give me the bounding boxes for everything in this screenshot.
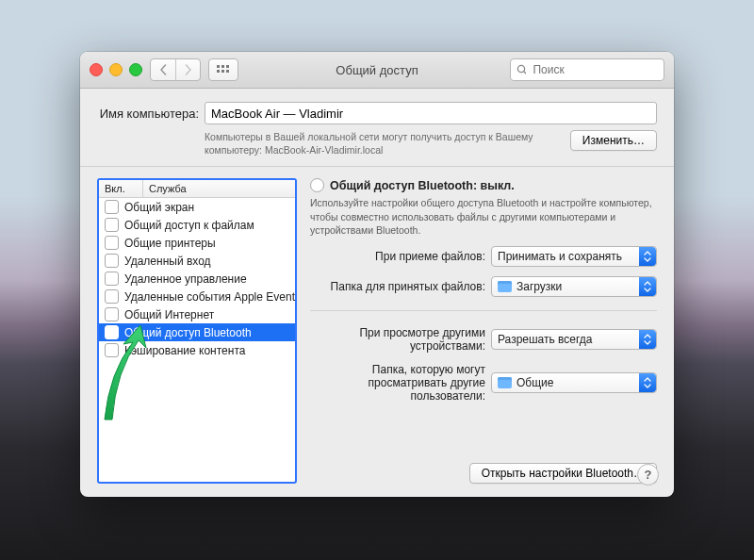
service-item[interactable]: Общие принтеры <box>99 234 295 252</box>
forward-button[interactable] <box>175 59 200 80</box>
open-bluetooth-settings-button[interactable]: Открыть настройки Bluetooth… <box>469 463 657 484</box>
receive-action-popup[interactable]: Принимать и сохранять <box>491 246 657 267</box>
computer-name-field[interactable] <box>205 102 657 124</box>
service-item[interactable]: Общий Интернет <box>99 305 295 323</box>
service-item[interactable]: Удаленное управление <box>99 270 295 288</box>
service-item[interactable]: Общий доступ к файлам <box>99 216 295 234</box>
nav-back-forward <box>150 58 201 81</box>
service-item-label: Общий доступ к файлам <box>124 219 254 232</box>
svg-line-7 <box>524 72 526 74</box>
service-item[interactable]: Кэширование контента <box>99 341 295 359</box>
service-checkbox[interactable] <box>105 236 119 250</box>
search-icon <box>516 64 526 75</box>
browse-folder-popup[interactable]: Общие <box>491 372 657 393</box>
service-item-label: Общие принтеры <box>124 237 216 250</box>
show-all-button[interactable] <box>208 58 238 81</box>
services-header: Вкл. Служба <box>99 180 295 198</box>
computer-name-section: Имя компьютера: Компьютеры в Вашей локал… <box>80 89 674 167</box>
computer-name-label: Имя компьютера: <box>97 107 199 121</box>
computer-name-subtext: Компьютеры в Вашей локальной сети могут … <box>205 130 565 156</box>
separator <box>310 310 657 311</box>
svg-rect-4 <box>221 70 224 73</box>
folder-icon <box>498 281 512 292</box>
service-detail-pane: Общий доступ Bluetooth: выкл. Используйт… <box>310 178 657 484</box>
service-item[interactable]: Общий экран <box>99 198 295 216</box>
column-on: Вкл. <box>99 180 143 197</box>
edit-hostname-button[interactable]: Изменить… <box>570 130 657 151</box>
help-button[interactable]: ? <box>637 464 659 486</box>
receive-action-value: Принимать и сохранять <box>498 250 622 263</box>
service-item-label: Удаленные события Apple Events <box>124 290 295 304</box>
grid-icon <box>217 65 230 74</box>
service-checkbox[interactable] <box>105 254 119 268</box>
service-checkbox[interactable] <box>105 289 119 304</box>
popup-arrows-icon <box>639 277 656 296</box>
services-rows: Общий экранОбщий доступ к файламОбщие пр… <box>99 198 295 482</box>
back-button[interactable] <box>151 59 175 80</box>
service-item[interactable]: Удаленные события Apple Events <box>99 288 295 305</box>
popup-arrows-icon <box>639 373 656 392</box>
service-checkbox[interactable] <box>105 343 119 357</box>
sharing-preferences-window: Общий доступ Имя компьютера: Компьютеры … <box>80 52 674 497</box>
browse-folder-label: Папка, которую могут просматривать други… <box>310 363 485 404</box>
service-item-label: Общий экран <box>124 201 194 214</box>
service-checkbox[interactable] <box>105 325 119 339</box>
service-item[interactable]: Удаленный вход <box>99 252 295 270</box>
minimize-icon[interactable] <box>109 63 123 76</box>
service-heading: Общий доступ Bluetooth: выкл. <box>330 179 515 192</box>
svg-rect-1 <box>221 65 224 68</box>
browse-folder-value: Общие <box>516 376 553 389</box>
receive-label: При приеме файлов: <box>310 250 485 263</box>
service-item-label: Удаленный вход <box>124 255 211 268</box>
content-area: Вкл. Служба Общий экранОбщий доступ к фа… <box>80 167 674 497</box>
column-service: Служба <box>143 180 192 197</box>
browse-action-value: Разрешать всегда <box>498 333 593 346</box>
service-description: Используйте настройки общего доступа Blu… <box>310 196 657 237</box>
service-checkbox[interactable] <box>105 218 119 232</box>
services-list: Вкл. Служба Общий экранОбщий доступ к фа… <box>97 178 297 484</box>
browse-label: При просмотре другими устройствами: <box>310 326 485 354</box>
service-item-label: Кэширование контента <box>124 344 245 357</box>
window-controls <box>90 63 142 76</box>
svg-rect-3 <box>217 70 220 73</box>
folder-icon <box>498 377 512 388</box>
incoming-folder-popup[interactable]: Загрузки <box>491 276 657 297</box>
service-checkbox[interactable] <box>105 307 119 321</box>
search-input[interactable] <box>531 62 658 77</box>
service-item-label: Удаленное управление <box>124 272 247 286</box>
svg-rect-5 <box>226 70 229 73</box>
svg-point-6 <box>517 65 524 72</box>
service-item-label: Общий Интернет <box>124 308 214 321</box>
service-item-label: Общий доступ Bluetooth <box>124 326 252 339</box>
incoming-folder-value: Загрузки <box>516 280 562 293</box>
browse-action-popup[interactable]: Разрешать всегда <box>491 329 657 350</box>
popup-arrows-icon <box>639 330 656 349</box>
close-icon[interactable] <box>90 63 103 76</box>
service-checkbox[interactable] <box>105 272 119 286</box>
enable-service-radio[interactable] <box>310 178 324 192</box>
service-item[interactable]: Общий доступ Bluetooth <box>99 323 295 341</box>
zoom-icon[interactable] <box>129 63 142 76</box>
svg-rect-0 <box>217 65 220 68</box>
search-field[interactable] <box>510 58 664 81</box>
service-checkbox[interactable] <box>105 200 119 214</box>
popup-arrows-icon <box>639 247 656 266</box>
incoming-folder-label: Папка для принятых файлов: <box>310 280 485 293</box>
svg-rect-2 <box>226 65 229 68</box>
titlebar: Общий доступ <box>80 52 674 89</box>
